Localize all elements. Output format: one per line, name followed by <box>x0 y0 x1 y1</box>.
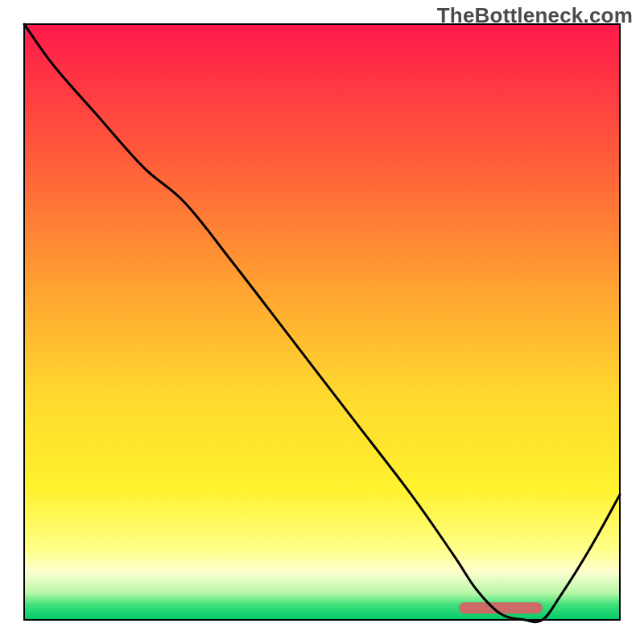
plot-background <box>24 24 620 620</box>
optimal-marker <box>459 602 543 613</box>
watermark-text: TheBottleneck.com <box>437 3 633 28</box>
bottleneck-chart <box>0 0 644 644</box>
chart-container: TheBottleneck.com <box>0 0 644 644</box>
